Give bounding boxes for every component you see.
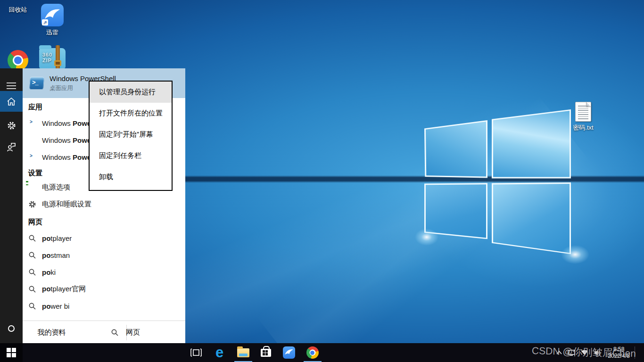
- menu-item-pin-to-start[interactable]: 固定到“开始”屏幕: [90, 124, 172, 145]
- start-sidebar: [0, 68, 23, 343]
- section-header-web: 网页: [28, 218, 42, 227]
- desktop-icon-thunder[interactable]: ↗ 迅雷: [34, 4, 70, 37]
- result-web-4[interactable]: potplayer官网: [23, 280, 185, 297]
- result-label: power bi: [42, 302, 69, 310]
- zip-360-icon: 360 ZIP: [39, 48, 66, 69]
- icon-label: 密码.txt: [573, 124, 593, 131]
- desktop-icon-chrome[interactable]: [0, 50, 36, 71]
- tray-chevron-up-button[interactable]: [556, 351, 562, 354]
- windows-start-icon: [7, 348, 16, 357]
- tab-label: 我的资料: [38, 328, 66, 337]
- thunder-button[interactable]: [278, 343, 299, 362]
- edge-icon: e: [215, 346, 223, 360]
- tab-web[interactable]: 网页: [111, 321, 140, 344]
- divider: [635, 346, 635, 359]
- icon-label: 迅雷: [46, 29, 58, 36]
- result-label: postman: [42, 251, 70, 259]
- menu-item-open-file-location[interactable]: 打开文件所在的位置: [90, 103, 172, 124]
- show-desktop-button[interactable]: [636, 343, 639, 362]
- thunder-icon: [283, 346, 295, 359]
- search-icon: [28, 234, 36, 242]
- clock-time: 8:58: [613, 346, 624, 353]
- sidebar-item-feedback[interactable]: [0, 137, 23, 157]
- system-tray: 8:58 2022/4/8: [553, 343, 639, 362]
- search-icon: [28, 302, 36, 310]
- task-view-button[interactable]: [185, 343, 206, 362]
- search-icon: [111, 329, 119, 337]
- menu-item-run-as-admin[interactable]: 以管理员身份运行: [90, 82, 172, 103]
- footer-tabs: 我的资料 网页: [23, 321, 185, 344]
- result-label: Windows Powe: [42, 153, 91, 161]
- result-label: Windows Powe: [42, 136, 91, 144]
- best-match-subtitle: 桌面应用: [50, 84, 73, 92]
- result-web-1[interactable]: potplayer: [23, 230, 185, 247]
- text-file-icon: [575, 102, 591, 122]
- result-web-2[interactable]: postman: [23, 247, 185, 263]
- task-view-icon: [190, 348, 202, 357]
- home-icon: [7, 97, 16, 106]
- file-explorer-button[interactable]: [232, 343, 254, 362]
- thunder-icon: ↗: [41, 4, 64, 26]
- taskbar: e 8:58 20: [0, 343, 644, 362]
- menu-item-uninstall[interactable]: 卸载: [90, 166, 172, 188]
- file-explorer-icon: [237, 348, 249, 357]
- light-flare: [415, 229, 438, 246]
- shortcut-arrow-icon: ↗: [42, 19, 48, 25]
- result-web-3[interactable]: poki: [23, 263, 185, 280]
- gear-icon: [28, 200, 36, 208]
- microsoft-store-icon: [261, 349, 271, 357]
- context-menu: 以管理员身份运行 打开文件所在的位置 固定到“开始”屏幕 固定到任务栏 卸载: [89, 81, 173, 191]
- tab-label: 网页: [126, 328, 140, 337]
- search-icon: [28, 285, 36, 293]
- speaker-icon: [594, 350, 601, 356]
- menu-item-pin-to-taskbar[interactable]: 固定到任务栏: [90, 145, 172, 166]
- desktop-icon-password-txt[interactable]: 密码.txt: [565, 102, 601, 132]
- tab-my-stuff[interactable]: 我的资料: [28, 321, 66, 344]
- search-icon: [28, 251, 36, 259]
- tray-display-button[interactable]: [568, 350, 575, 356]
- desktop-icon-recycle-bin[interactable]: ♻ 回收站: [0, 4, 36, 14]
- result-label: 电源选项: [42, 183, 70, 192]
- start-button[interactable]: [0, 343, 23, 362]
- powershell-icon: [29, 77, 44, 90]
- chevron-up-icon: [556, 351, 562, 354]
- search-icon: [28, 268, 36, 276]
- result-web-5[interactable]: power bi: [23, 297, 185, 314]
- chrome-button[interactable]: [302, 343, 323, 362]
- chrome-icon: [306, 346, 319, 359]
- result-label: potplayer: [42, 234, 72, 242]
- zip-icon-text: 360: [42, 52, 52, 58]
- chrome-icon: [8, 50, 28, 71]
- windows-logo-pane-topleft: [424, 120, 487, 179]
- hamburger-icon: [6, 82, 17, 90]
- tray-volume-button[interactable]: [594, 350, 601, 356]
- cortana-icon[interactable]: [8, 325, 15, 332]
- gear-icon: [7, 121, 16, 130]
- feedback-person-icon: [7, 142, 16, 152]
- taskbar-clock[interactable]: 8:58 2022/4/8: [608, 346, 630, 359]
- wifi-icon: [581, 350, 588, 355]
- windows-logo-pane-topright: [492, 109, 571, 179]
- section-header-apps: 应用: [28, 103, 42, 112]
- section-header-settings: 设置: [28, 169, 42, 178]
- result-label: poki: [42, 268, 56, 276]
- result-label: Windows Powe: [42, 119, 91, 127]
- icon-label: 回收站: [9, 6, 27, 13]
- result-power-sleep-settings[interactable]: 电源和睡眠设置: [23, 196, 185, 213]
- zip-icon-text: ZIP: [42, 58, 52, 63]
- edge-button[interactable]: e: [209, 343, 230, 362]
- desktop-icon-360zip[interactable]: 360 ZIP: [34, 48, 70, 71]
- store-button[interactable]: [255, 343, 276, 362]
- sidebar-item-home[interactable]: [0, 91, 23, 112]
- display-icon: [568, 350, 575, 356]
- tray-network-button[interactable]: [581, 350, 588, 355]
- result-label: potplayer官网: [42, 285, 86, 294]
- light-flare: [561, 245, 589, 264]
- clock-date: 2022/4/8: [608, 353, 630, 359]
- sidebar-item-settings[interactable]: [0, 115, 23, 136]
- result-label: 电源和睡眠设置: [42, 200, 91, 209]
